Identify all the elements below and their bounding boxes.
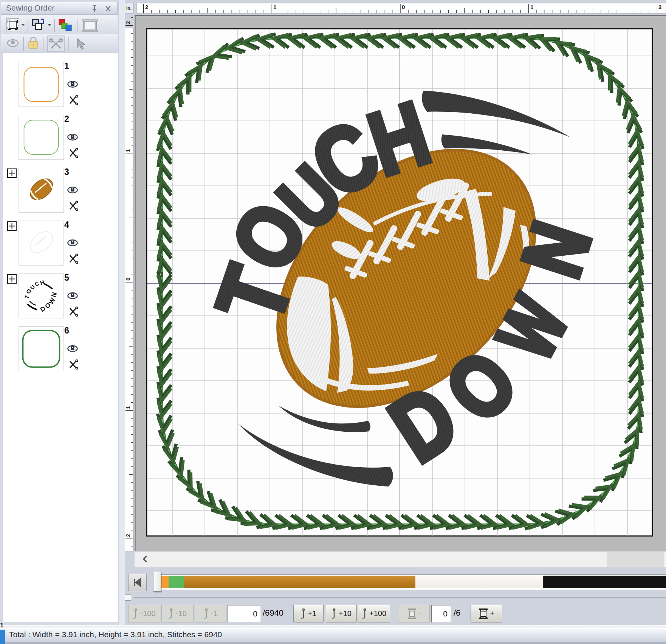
svg-text:2: 2 — [145, 4, 148, 10]
svg-text:2: 2 — [658, 4, 661, 10]
svg-text:1: 1 — [273, 4, 276, 10]
svg-text:H: H — [39, 279, 45, 286]
svg-text:T: T — [23, 294, 31, 300]
svg-text:0: 0 — [402, 4, 405, 10]
svg-text:N: N — [50, 292, 58, 298]
svg-text:1: 1 — [125, 406, 131, 409]
svg-text:1: 1 — [125, 149, 131, 152]
svg-text:r: r — [33, 43, 34, 48]
svg-text:in.: in. — [126, 6, 132, 11]
svg-text:2: 2 — [125, 21, 131, 24]
svg-text:1: 1 — [530, 4, 533, 10]
svg-text:2: 2 — [125, 534, 131, 537]
svg-text:0: 0 — [125, 278, 131, 281]
